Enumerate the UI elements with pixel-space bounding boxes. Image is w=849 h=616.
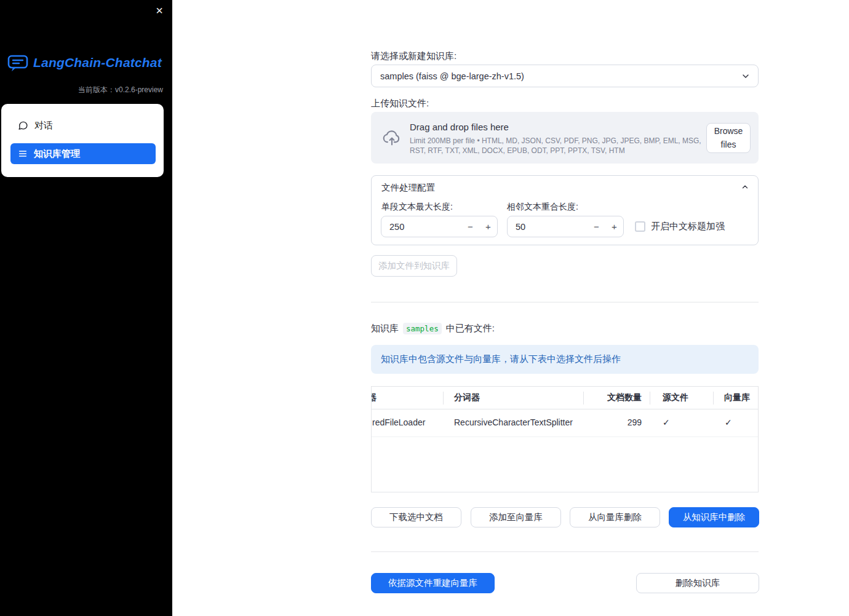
kb-select-label: 请选择或新建知识库: bbox=[371, 50, 456, 62]
cell-loader-clipped: redFileLoader bbox=[372, 417, 425, 427]
column-divider bbox=[650, 392, 650, 405]
add-to-vector-button[interactable]: 添加至向量库 bbox=[471, 507, 561, 527]
delete-kb-button[interactable]: 删除知识库 bbox=[636, 573, 759, 593]
table-header-row: 器 分词器 文档数量 源文件 向量库 bbox=[372, 387, 758, 409]
upload-label: 上传知识文件: bbox=[371, 98, 429, 109]
version-text: 当前版本：v0.2.6-preview bbox=[0, 85, 163, 95]
delete-from-kb-button[interactable]: 从知识库中删除 bbox=[669, 507, 759, 527]
divider bbox=[371, 302, 759, 302]
checkbox-icon bbox=[635, 221, 645, 232]
file-dropzone[interactable]: Drag and drop files here Limit 200MB per… bbox=[371, 112, 759, 164]
cell-splitter: RecursiveCharacterTextSplitter bbox=[454, 417, 573, 427]
list-icon bbox=[18, 149, 28, 159]
cloud-upload-icon bbox=[381, 127, 402, 148]
sidebar-item-label: 对话 bbox=[34, 120, 53, 132]
column-divider bbox=[443, 392, 444, 405]
zh-title-enhance-label: 开启中文标题加强 bbox=[651, 221, 725, 232]
max-length-label: 单段文本最大长度: bbox=[381, 202, 453, 213]
col-vector-header: 向量库 bbox=[724, 392, 750, 403]
plus-button[interactable]: + bbox=[605, 216, 623, 237]
col-source-header: 源文件 bbox=[663, 392, 688, 403]
app-logo: LangChain-Chatchat bbox=[7, 53, 162, 72]
files-table: 器 分词器 文档数量 源文件 向量库 redFileLoader Recursi… bbox=[371, 386, 759, 492]
delete-from-vector-button[interactable]: 从向量库删除 bbox=[570, 507, 660, 527]
overlap-length-stepper[interactable]: 50 − + bbox=[507, 216, 624, 237]
sidebar-close-icon[interactable]: × bbox=[151, 2, 167, 18]
chevron-down-icon bbox=[741, 71, 751, 81]
cell-source-check: ✓ bbox=[663, 417, 670, 427]
col-splitter-header: 分词器 bbox=[454, 392, 480, 403]
browse-files-button[interactable]: Browse files bbox=[706, 123, 751, 153]
sidebar-menu-card: 对话 知识库管理 bbox=[1, 104, 164, 177]
kb-select-value: samples (faiss @ bge-large-zh-v1.5) bbox=[380, 71, 524, 81]
minus-button[interactable]: − bbox=[461, 216, 479, 237]
col-count-header: 文档数量 bbox=[583, 392, 642, 403]
table-row[interactable]: redFileLoader RecursiveCharacterTextSpli… bbox=[372, 409, 758, 437]
chat-bubble-icon bbox=[18, 120, 28, 131]
cell-doc-count: 299 bbox=[583, 417, 642, 427]
sidebar-item-knowledge-base[interactable]: 知识库管理 bbox=[10, 143, 156, 164]
info-banner: 知识库中包含源文件与向量库，请从下表中选择文件后操作 bbox=[371, 345, 759, 374]
add-files-to-kb-button[interactable]: 添加文件到知识库 bbox=[371, 255, 457, 277]
dropzone-title: Drag and drop files here bbox=[410, 122, 509, 132]
overlap-length-label: 相邻文本重合长度: bbox=[507, 202, 578, 213]
kb-select[interactable]: samples (faiss @ bge-large-zh-v1.5) bbox=[371, 65, 759, 87]
file-config-title: 文件处理配置 bbox=[381, 182, 435, 194]
download-selected-button[interactable]: 下载选中文档 bbox=[371, 507, 461, 527]
existing-files-heading: 知识库 samples 中已有文件: bbox=[371, 323, 495, 334]
column-divider bbox=[713, 392, 714, 405]
max-length-value: 250 bbox=[381, 222, 461, 232]
rebuild-vector-button[interactable]: 依据源文件重建向量库 bbox=[371, 573, 495, 593]
sidebar-item-label: 知识库管理 bbox=[34, 148, 80, 160]
file-config-expander: 文件处理配置 单段文本最大长度: 相邻文本重合长度: 250 − + 50 − … bbox=[371, 175, 759, 245]
max-length-stepper[interactable]: 250 − + bbox=[381, 216, 498, 237]
kb-name-code: samples bbox=[403, 323, 442, 334]
plus-button[interactable]: + bbox=[479, 216, 497, 237]
logo-text: LangChain-Chatchat bbox=[33, 55, 162, 70]
divider bbox=[371, 551, 759, 552]
sidebar-item-chat[interactable]: 对话 bbox=[10, 115, 156, 136]
app-window: × LangChain-Chatchat 当前版本：v0.2.6-preview bbox=[0, 0, 849, 616]
dropzone-hint: Limit 200MB per file • HTML, MD, JSON, C… bbox=[410, 136, 704, 156]
file-config-expander-header[interactable]: 文件处理配置 bbox=[372, 176, 758, 198]
chevron-up-icon bbox=[741, 183, 749, 191]
minus-button[interactable]: − bbox=[588, 216, 605, 237]
logo-chat-icon bbox=[7, 53, 28, 72]
zh-title-enhance-checkbox[interactable]: 开启中文标题加强 bbox=[635, 221, 725, 232]
sidebar: × LangChain-Chatchat 当前版本：v0.2.6-preview bbox=[0, 0, 172, 616]
cell-vector-check: ✓ bbox=[725, 417, 732, 427]
overlap-length-value: 50 bbox=[508, 222, 588, 232]
col-loader-header-clipped: 器 bbox=[371, 392, 377, 403]
